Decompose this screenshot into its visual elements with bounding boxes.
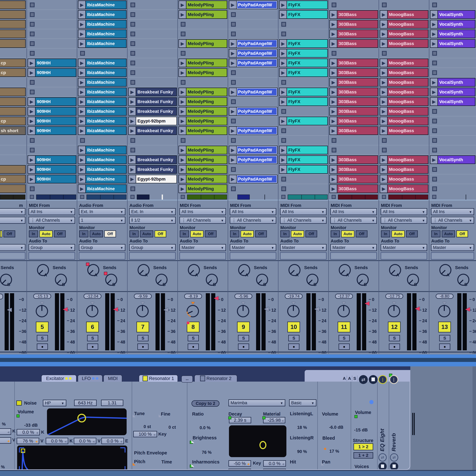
clip-slot[interactable]: ▶909HH bbox=[28, 126, 76, 135]
io-channel-dropdown[interactable]: 1▼ bbox=[79, 217, 125, 224]
clip-slot[interactable]: ▶PolyPadAngelW bbox=[229, 49, 277, 58]
copy-to-2-button[interactable]: Copy to 2 bbox=[191, 400, 220, 407]
clip-slot[interactable]: ▶FlyFX bbox=[279, 146, 328, 154]
clip-slot[interactable]: ▶IbizaMachine bbox=[78, 68, 127, 77]
clip-play-icon[interactable]: ▶ bbox=[330, 88, 337, 96]
solo-button[interactable]: S bbox=[87, 335, 98, 341]
clip-slot[interactable]: ▶303Bass bbox=[329, 20, 378, 29]
clip-play-icon[interactable]: ▶ bbox=[28, 175, 35, 183]
collapsed-hot-swap-icon[interactable]: ⇄ bbox=[390, 453, 398, 461]
volume-fader[interactable] bbox=[7, 308, 12, 312]
clip-play-icon[interactable]: ▶ bbox=[330, 107, 337, 115]
clip-slot[interactable]: ▶MelodyPling bbox=[178, 184, 227, 193]
clip-play-icon[interactable]: ▶ bbox=[179, 69, 187, 76]
track-activator-number[interactable]: 7 bbox=[136, 322, 149, 332]
clip-play-icon[interactable]: ▶ bbox=[380, 127, 388, 135]
tab-resonator-2[interactable]: Resonator 2 bbox=[194, 375, 237, 382]
clip-play-icon[interactable]: ▶ bbox=[380, 166, 388, 173]
clip-slot[interactable]: ▶MelodyPling bbox=[178, 117, 227, 125]
io-channel-dropdown[interactable]: ⋮ All Channels▼ bbox=[431, 217, 474, 224]
clip-stop-button[interactable] bbox=[382, 195, 386, 199]
resonator-xy-pad[interactable] bbox=[229, 425, 286, 457]
collapsed-save-icon[interactable] bbox=[378, 462, 387, 470]
clip-play-icon[interactable]: ▶ bbox=[380, 88, 388, 96]
monitor-in-button[interactable]: In bbox=[280, 230, 289, 237]
send-a-knob[interactable] bbox=[339, 264, 351, 276]
clip-stop-button[interactable] bbox=[332, 2, 336, 7]
monitor-auto-button[interactable]: Auto bbox=[240, 230, 254, 237]
clip-stop-button[interactable] bbox=[30, 2, 34, 7]
clip-play-icon[interactable]: ▶ bbox=[430, 78, 438, 86]
clip-stop-button[interactable] bbox=[231, 138, 236, 143]
volume-readout[interactable]: -12.75 bbox=[385, 294, 403, 299]
track-activator-number[interactable]: 13 bbox=[438, 322, 451, 332]
clip-play-icon[interactable]: ▶ bbox=[229, 88, 237, 96]
clip-stop-button[interactable] bbox=[30, 148, 34, 153]
clip-stop-button[interactable] bbox=[80, 51, 85, 56]
clip-play-icon[interactable]: ▶ bbox=[179, 59, 187, 67]
clip-slot[interactable]: ▶VocalSynth bbox=[430, 78, 475, 87]
clip-slot[interactable]: ▶MelodyPling bbox=[178, 68, 227, 77]
clip-play-icon[interactable]: ▶ bbox=[229, 1, 237, 9]
clip-play-icon[interactable]: ▶ bbox=[380, 11, 388, 18]
monitor-off-button[interactable]: Off bbox=[154, 230, 166, 237]
volume-fader[interactable] bbox=[264, 307, 269, 311]
clip-slot[interactable]: ▶MelodyPling bbox=[178, 155, 227, 164]
noise-checkbox[interactable] bbox=[16, 400, 22, 406]
volume-fader[interactable] bbox=[314, 307, 319, 311]
volume-fader[interactable] bbox=[365, 302, 369, 306]
clip-stop-button[interactable] bbox=[432, 70, 437, 75]
clip-play-icon[interactable]: ▶ bbox=[78, 59, 86, 67]
resonator-quality-dropdown[interactable]: Basic▼ bbox=[289, 399, 316, 406]
io-channel-dropdown[interactable]: ⋮ All Channels▼ bbox=[381, 217, 427, 224]
partial-clip[interactable] bbox=[86, 195, 126, 200]
clip-stop-button[interactable] bbox=[30, 90, 34, 94]
clip-slot[interactable]: ▶Breakbeat Funky bbox=[128, 155, 177, 164]
io-channel-dropdown[interactable]: ⋮ All Channels▼ bbox=[230, 217, 276, 224]
clip-slot[interactable]: ▶FlyFX bbox=[279, 49, 328, 58]
monitor-in-button[interactable]: In bbox=[29, 230, 38, 237]
volume-readout[interactable]: -5.96 bbox=[235, 294, 252, 299]
io-input-dropdown[interactable]: ▼ bbox=[0, 208, 25, 215]
reverb-power-button[interactable]: ❘ bbox=[389, 375, 398, 384]
clip-play-icon[interactable]: ▶ bbox=[229, 49, 237, 57]
arm-button[interactable]: ● bbox=[339, 343, 350, 350]
clip-play-icon[interactable]: ▶ bbox=[430, 11, 438, 18]
volume-fader[interactable] bbox=[163, 308, 168, 312]
clip-play-icon[interactable]: ▶ bbox=[330, 69, 337, 76]
partial-k-slider[interactable]: ◄ bbox=[0, 428, 11, 435]
resonator-preset-dropdown[interactable]: Marimba▼ bbox=[228, 399, 285, 406]
clip-slot[interactable]: ▶Breakbeat Funky bbox=[128, 107, 177, 116]
clip-slot[interactable]: ▶909HH bbox=[28, 59, 76, 67]
monitor-in-button[interactable]: In bbox=[130, 230, 139, 237]
arm-button[interactable]: ● bbox=[288, 343, 299, 350]
send-a-knob[interactable] bbox=[289, 264, 301, 276]
clip-slot[interactable]: ▶MelodyPling bbox=[178, 175, 227, 183]
clip-stop-button[interactable] bbox=[432, 138, 437, 143]
clip-slot[interactable]: ▶MelodyPling bbox=[178, 59, 227, 67]
clip-slot[interactable]: ▶IbizaMachine bbox=[78, 78, 127, 87]
clip-play-icon[interactable]: ▶ bbox=[380, 59, 388, 67]
clip-play-icon[interactable]: ▶ bbox=[280, 88, 287, 96]
partial-v-slider[interactable]: ◄ bbox=[0, 437, 11, 444]
clip-slot[interactable]: ▶FlyFX bbox=[279, 39, 328, 48]
monitor-in-button[interactable]: In bbox=[180, 230, 189, 237]
clip-slot[interactable]: ▶303Bass bbox=[329, 107, 378, 116]
clip-stop-button[interactable] bbox=[30, 195, 34, 199]
arm-button[interactable]: ● bbox=[238, 343, 249, 350]
clip-slot[interactable]: ▶MooogBass bbox=[380, 10, 428, 19]
clip-stop-button[interactable] bbox=[432, 187, 437, 191]
volume-fader[interactable] bbox=[465, 307, 470, 311]
clip-stop-button[interactable] bbox=[432, 2, 437, 7]
clip-slot[interactable]: ▶IbizaMachine bbox=[78, 30, 127, 38]
clip-stop-button[interactable] bbox=[231, 119, 236, 123]
clip-stop-button[interactable] bbox=[432, 195, 436, 199]
clip-play-icon[interactable]: ▶ bbox=[380, 175, 388, 183]
io-output-dropdown[interactable]: Master▼ bbox=[431, 244, 474, 251]
clip-stop-button[interactable] bbox=[281, 32, 286, 36]
clip-play-icon[interactable]: ▶ bbox=[330, 40, 337, 48]
clip-slot[interactable]: ▶Breakbeat Funky bbox=[128, 87, 177, 96]
pan-knob[interactable] bbox=[338, 305, 350, 317]
clip-slot[interactable] bbox=[0, 97, 26, 106]
pan-knob[interactable] bbox=[36, 305, 48, 317]
